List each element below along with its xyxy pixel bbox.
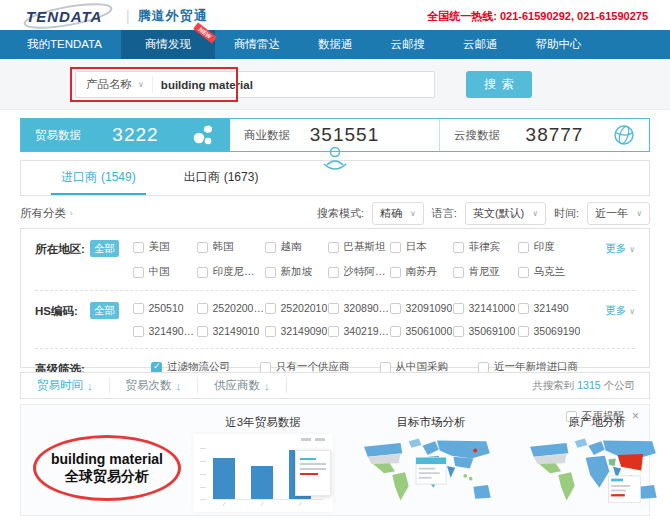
hs-option[interactable]: 321490000... (133, 325, 197, 337)
checkbox[interactable] (328, 326, 339, 337)
hs-option[interactable]: 32149090 (265, 325, 328, 337)
search-mode-select[interactable]: 精确 ∨ (372, 202, 424, 225)
checkbox[interactable] (390, 267, 401, 278)
checkbox[interactable] (478, 362, 489, 373)
region-option[interactable]: 印度尼西亚 (197, 265, 265, 279)
hs-label: HS编码: (35, 302, 86, 319)
checkbox[interactable] (453, 267, 464, 278)
checkbox[interactable] (197, 267, 208, 278)
checkbox[interactable] (453, 242, 464, 253)
checkbox[interactable] (380, 362, 391, 373)
hs-option[interactable]: 34021900 (328, 325, 390, 337)
hs-option[interactable]: 2520200000 (197, 302, 265, 314)
checkbox-checked[interactable] (151, 362, 162, 373)
region-option[interactable]: 南苏丹 (390, 265, 453, 279)
world-map-origin[interactable] (520, 434, 670, 516)
time-select[interactable]: 近一年 ∨ (587, 202, 650, 225)
toolbar-right: 搜索模式: 精确 ∨ 语言: 英文(默认) ∨ 时间: 近一年 ∨ (317, 202, 650, 225)
search-category-select[interactable]: 产品名称 ∨ (76, 76, 153, 93)
hs-option[interactable]: 32089090 (328, 302, 390, 314)
checkbox[interactable] (197, 242, 208, 253)
sort-supplier-count[interactable]: 供应商数↓ (198, 378, 287, 393)
search-input[interactable] (153, 79, 434, 91)
checkbox[interactable] (133, 326, 144, 337)
region-option[interactable]: 韩国 (197, 240, 265, 254)
map-tooltip (416, 458, 446, 484)
checkbox[interactable] (453, 303, 464, 314)
language-select[interactable]: 英文(默认) ∨ (465, 202, 546, 225)
stat-value: 38777 (500, 124, 609, 146)
checkbox[interactable] (265, 303, 276, 314)
hs-option[interactable]: 32091090 (390, 302, 453, 314)
checkbox[interactable] (265, 326, 276, 337)
region-option[interactable]: 肯尼亚 (453, 265, 518, 279)
hs-option[interactable]: 250510 (133, 302, 197, 314)
all-categories-link[interactable]: 所有分类 › (20, 206, 73, 221)
stat-card-cloud-search-data[interactable]: 云搜数据 38777 (440, 119, 649, 151)
hs-option[interactable]: 35069190 (518, 325, 604, 337)
hs-option[interactable]: 35069100 (453, 325, 518, 337)
tab-exporters[interactable]: 出口商 (1673) (174, 161, 269, 195)
checkbox[interactable] (328, 267, 339, 278)
checkbox[interactable] (518, 267, 529, 278)
nav-item-data-tong[interactable]: 数据通 (299, 30, 372, 59)
nav-item-my-tendata[interactable]: 我的TENDATA (8, 30, 121, 59)
nav-item-cloud-mail-search[interactable]: 云邮搜 (371, 30, 444, 59)
nav-item-biz-discovery[interactable]: 商情发现 NEW (121, 30, 215, 59)
bar-year-1[interactable] (213, 458, 235, 499)
checkbox[interactable] (260, 362, 271, 373)
stat-card-trade-data[interactable]: 贸易数据 3222 (21, 119, 230, 151)
region-option[interactable]: 新加坡 (265, 265, 328, 279)
checkbox[interactable] (390, 242, 401, 253)
region-option[interactable]: 菲律宾 (453, 240, 518, 254)
world-map-target-markets[interactable] (354, 434, 509, 516)
checkbox[interactable] (518, 242, 529, 253)
region-option[interactable]: 乌克兰 (518, 265, 604, 279)
checkbox[interactable] (197, 326, 208, 337)
molecule-icon (190, 122, 216, 148)
checkbox[interactable] (197, 303, 208, 314)
checkbox[interactable] (518, 303, 529, 314)
sort-trade-count[interactable]: 贸易次数↓ (110, 378, 199, 393)
chart-title: 目标市场分析 (397, 415, 466, 430)
hs-option[interactable]: 35061000 (390, 325, 453, 337)
checkbox[interactable] (328, 242, 339, 253)
brand: TENDATA | 腾道外贸通 (20, 3, 208, 29)
nav-item-biz-radar[interactable]: 商情雷达 (215, 30, 299, 59)
bar-chart[interactable]: /// (193, 434, 333, 512)
region-more-link[interactable]: 更多 ∨ (604, 240, 635, 256)
checkbox[interactable] (265, 242, 276, 253)
hs-all-button[interactable]: 全部 (90, 302, 118, 319)
checkbox[interactable] (133, 303, 144, 314)
checkbox[interactable] (265, 267, 276, 278)
region-option[interactable]: 巴基斯坦 (328, 240, 390, 254)
hs-option[interactable]: 32149010 (197, 325, 265, 337)
region-all-button[interactable]: 全部 (90, 240, 118, 257)
tab-importers[interactable]: 进口商 (1549) (51, 161, 146, 195)
hs-option[interactable]: 321490 (518, 302, 604, 314)
tendata-logo[interactable]: TENDATA (20, 3, 116, 29)
region-option[interactable]: 中国 (133, 265, 197, 279)
region-option[interactable]: 日本 (390, 240, 453, 254)
hs-option[interactable]: 32141000 (453, 302, 518, 314)
checkbox[interactable] (328, 303, 339, 314)
region-option[interactable]: 越南 (265, 240, 328, 254)
checkbox[interactable] (390, 303, 401, 314)
sort-trade-time[interactable]: 贸易时间↓ (35, 378, 110, 393)
checkbox[interactable] (133, 267, 144, 278)
bar-year-2[interactable] (251, 466, 273, 499)
region-option[interactable]: 印度 (518, 240, 604, 254)
nav-item-help-center[interactable]: 帮助中心 (516, 30, 600, 59)
divider (35, 348, 635, 349)
region-label: 所在地区: (35, 240, 86, 257)
checkbox[interactable] (518, 326, 529, 337)
hs-option[interactable]: 25202010 (265, 302, 328, 314)
search-button[interactable]: 搜索 (466, 71, 532, 98)
hs-more-link[interactable]: 更多 ∨ (604, 302, 635, 318)
nav-item-cloud-mail[interactable]: 云邮通 (444, 30, 517, 59)
region-option[interactable]: 美国 (133, 240, 197, 254)
checkbox[interactable] (390, 326, 401, 337)
region-option[interactable]: 沙特阿拉伯 (328, 265, 390, 279)
checkbox[interactable] (133, 242, 144, 253)
checkbox[interactable] (453, 326, 464, 337)
